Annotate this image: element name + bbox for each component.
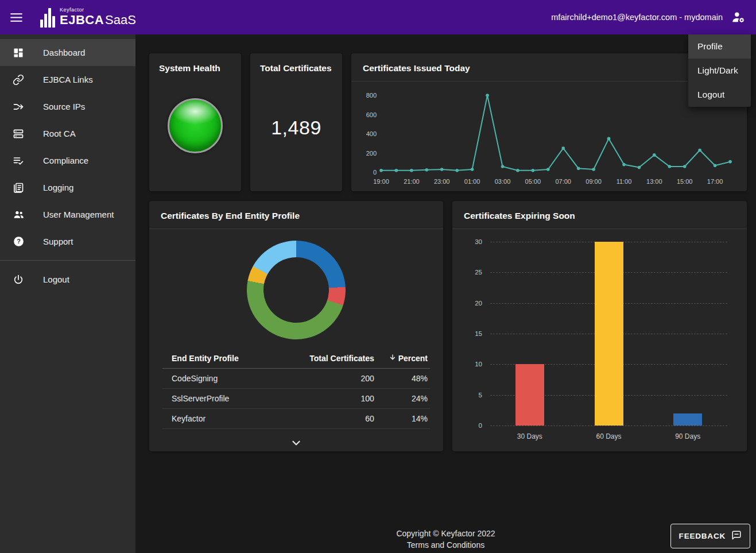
svg-text:07:00: 07:00 [555,178,571,185]
y-tick-label: 20 [475,300,482,307]
brand-product: EJBCA [60,13,104,27]
footer: Copyright © Keyfactor 2022 Terms and Con… [135,529,756,553]
bar-chart-plot [490,242,727,426]
bar-30-days [515,364,544,426]
y-tick-label: 15 [475,330,482,337]
total-certificates-value: 1,489 [250,117,342,139]
comment-bubble-icon [731,530,742,542]
feedback-button[interactable]: FEEDBACK [670,524,750,548]
chevron-down-icon [290,442,303,451]
profile-donut-chart [247,241,346,339]
system-health-card: System Health [149,53,241,191]
card-title: Certificates Issued Today [351,53,747,82]
sidebar-item-user-management[interactable]: User Management [0,201,135,228]
expiring-bar-chart: 051015202530 30 Days60 Days90 Days [465,242,733,455]
sort-arrow-down-icon [389,353,397,363]
user-menu-item-logout[interactable]: Logout [688,83,751,107]
bar-chart-x-axis: 30 Days60 Days90 Days [490,431,727,443]
main-content: System Health Total Certificates 1,489 C… [135,34,756,553]
svg-text:05:00: 05:00 [525,178,541,185]
card-title: Certificates Expiring Soon [452,201,747,229]
dashboard-icon [12,47,25,59]
brand-suffix: SaaS [105,13,136,27]
svg-text:09:00: 09:00 [586,178,602,185]
sidebar-item-logout[interactable]: Logout [0,266,135,293]
sidebar-item-label: Source IPs [43,102,85,111]
brand-keyfactor: Keyfactor [60,7,136,13]
card-title: Total Certificates [250,53,342,81]
column-header-percent[interactable]: Percent [377,349,430,369]
svg-text:11:00: 11:00 [617,178,632,185]
donut-hole [263,257,329,323]
y-tick-label: 25 [475,269,482,276]
certificates-by-profile-card: Certificates By End Entity Profile End E… [149,201,443,451]
svg-text:600: 600 [366,111,377,118]
sidebar-item-root-ca[interactable]: Root CA [0,120,135,147]
compliance-icon [12,154,25,167]
sidebar-item-source-ips[interactable]: Source IPs [0,93,135,120]
power-icon [12,273,25,286]
x-tick-label: 30 Days [517,432,542,440]
bar-chart-y-axis: 051015202530 [465,242,482,426]
bar-60-days [595,242,623,426]
source-ips-icon [12,100,25,113]
svg-text:23:00: 23:00 [434,178,450,185]
sidebar-item-label: Dashboard [43,48,85,57]
column-header-profile[interactable]: End Entity Profile [162,349,285,369]
support-icon: ? [12,235,25,248]
certificates-issued-today-card: Certificates Issued Today 02004006008001… [351,53,747,191]
terms-and-conditions-link[interactable]: Terms and Conditions [135,540,756,550]
user-menu-item-light-dark[interactable]: Light/Dark [688,59,751,83]
svg-text:15:00: 15:00 [677,178,693,185]
sidebar-item-logging[interactable]: Logging [0,174,135,201]
user-menu-item-profile[interactable]: Profile [688,34,751,59]
sidebar-item-label: Compliance [43,156,88,165]
sidebar-item-ejbca-links[interactable]: EJBCA Links [0,66,135,93]
y-tick-label: 0 [479,422,482,429]
keyfactor-logo: Keyfactor EJBCASaaS [40,7,136,28]
profile-table: End Entity Profile Total Certificates Pe… [162,349,430,429]
hamburger-menu-icon[interactable] [0,0,32,34]
topbar: Keyfactor EJBCASaaS mfairchild+demo1@key… [0,0,756,34]
sidebar-item-label: User Management [43,210,114,219]
keyfactor-logo-icon [40,7,55,28]
column-header-total[interactable]: Total Certificates [285,349,376,369]
gridline [490,426,727,426]
svg-text:17:00: 17:00 [707,178,723,185]
expand-table-button[interactable] [290,436,303,451]
svg-text:01:00: 01:00 [464,178,480,185]
sidebar-item-dashboard[interactable]: Dashboard [0,39,135,66]
sidebar-item-compliance[interactable]: Compliance [0,147,135,174]
table-row[interactable]: Keyfactor 60 14% [162,409,430,429]
sidebar-divider [0,260,135,261]
y-tick-label: 10 [475,361,482,368]
sidebar-item-support[interactable]: ? Support [0,228,135,255]
sidebar-item-label: Support [43,237,73,246]
sidebar: Dashboard EJBCA Links Source IPs Root CA… [0,34,135,553]
svg-text:21:00: 21:00 [404,178,420,185]
svg-text:03:00: 03:00 [495,178,511,185]
x-tick-label: 90 Days [675,432,700,440]
sidebar-item-label: EJBCA Links [43,75,93,84]
issued-today-line-chart: 020040060080019:0021:0023:0001:0003:0005… [355,83,741,187]
y-tick-label: 30 [475,238,482,245]
svg-text:?: ? [17,238,21,245]
card-title: System Health [149,53,241,81]
table-row[interactable]: SslServerProfile 100 24% [162,389,430,409]
system-health-status-light [168,98,223,153]
svg-text:0: 0 [373,169,377,176]
user-settings-icon[interactable] [731,10,746,25]
user-account-label: mfairchild+demo1@keyfactor.com - mydomai… [551,13,723,22]
table-row[interactable]: CodeSigning 200 48% [162,369,430,389]
sidebar-item-label: Logging [43,183,73,192]
svg-text:13:00: 13:00 [646,178,662,185]
users-icon [12,208,25,221]
total-certificates-card: Total Certificates 1,489 [250,53,342,191]
sidebar-item-label: Root CA [43,129,76,138]
logging-icon [12,181,25,194]
user-menu: Profile Light/Dark Logout [688,34,751,107]
svg-text:400: 400 [366,130,377,137]
sidebar-item-label: Logout [43,274,69,284]
card-title: Certificates By End Entity Profile [149,201,443,229]
root-ca-icon [12,127,25,140]
